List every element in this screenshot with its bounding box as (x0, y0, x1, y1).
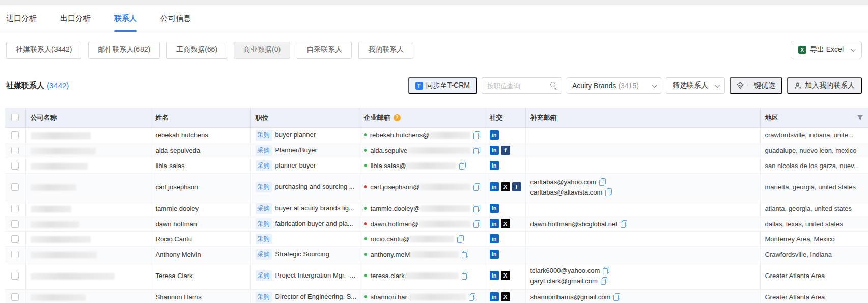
row-checkbox[interactable] (11, 147, 19, 154)
tab-import-analysis[interactable]: 进口分析 (6, 5, 37, 32)
facebook-icon[interactable]: f (512, 182, 521, 191)
row-checkbox[interactable] (11, 272, 19, 280)
email-valid-dot (364, 295, 367, 298)
position-cell: 采购Strategic Sourcing (250, 246, 359, 262)
copy-icon[interactable] (473, 220, 480, 228)
email-visible-part: shannon.har: (371, 293, 409, 301)
copy-icon[interactable] (605, 188, 612, 196)
x-icon[interactable]: X (501, 292, 510, 301)
linkedin-icon[interactable]: in (490, 182, 499, 191)
sync-to-tcrm-button[interactable]: T 同步至T-CRM (408, 77, 477, 94)
filter-commercial-data-button[interactable]: 商业数据(0) (234, 42, 290, 59)
row-select-cell (5, 216, 25, 231)
filter-my-contacts-button[interactable]: 我的联系人 (358, 42, 413, 59)
region-cell: Greater Atlanta Area (760, 262, 868, 289)
tab-company-info[interactable]: 公司信息 (160, 5, 191, 32)
tab-contacts[interactable]: 联系人 (114, 5, 137, 32)
extra-email-text: dawn.hoffman@sbcglobal.net (530, 220, 618, 228)
contact-name-cell: Teresa Clark (151, 262, 250, 289)
filter-business-registry-button[interactable]: 工商数据(66) (166, 42, 227, 59)
x-icon[interactable]: X (501, 182, 510, 191)
linkedin-icon[interactable]: in (490, 219, 499, 228)
row-checkbox[interactable] (11, 235, 19, 243)
company-cell (25, 262, 151, 289)
extra-email-text: garyf.clark@gmail.com (530, 277, 598, 285)
copy-icon[interactable] (473, 147, 480, 154)
row-checkbox[interactable] (11, 220, 19, 228)
company-email-cell: anthony.melvi (359, 246, 485, 262)
linkedin-icon[interactable]: in (490, 250, 499, 259)
copy-icon[interactable] (601, 277, 607, 285)
row-checkbox[interactable] (11, 131, 19, 139)
position-cell: 采购Project Intergration Mgr. -... (250, 262, 359, 289)
linkedin-icon[interactable]: in (490, 146, 499, 155)
top-strip (0, 0, 868, 5)
procurement-tag: 采购 (256, 270, 272, 281)
linkedin-icon[interactable]: in (490, 234, 499, 243)
select-all-checkbox[interactable] (11, 114, 19, 121)
filter-self-collected-button[interactable]: 自采联系人 (297, 42, 352, 59)
copy-icon[interactable] (473, 183, 480, 191)
contact-name-cell: dawn hoffman (151, 216, 250, 231)
one-click-select-button[interactable]: 一键优选 (730, 77, 782, 94)
email-valid-dot (364, 274, 367, 277)
copy-icon[interactable] (603, 267, 609, 274)
row-checkbox[interactable] (11, 183, 19, 191)
filter-funnel-icon[interactable] (857, 114, 863, 121)
company-select-count: (3415) (618, 81, 638, 90)
copy-icon[interactable] (613, 293, 620, 301)
extra-email-cell: tclark6000@yahoo.comgaryf.clark@gmail.co… (525, 262, 760, 289)
position-title: buyer planner (275, 131, 316, 139)
linkedin-icon[interactable]: in (490, 204, 499, 213)
filter-contacts-button[interactable]: 筛选联系人 (666, 77, 725, 94)
linkedin-icon[interactable]: in (490, 271, 499, 280)
contact-name-cell: tammie dooley (151, 201, 250, 216)
linkedin-icon[interactable]: in (490, 161, 499, 170)
redacted-email-part (419, 184, 470, 190)
contact-name-cell: Anthony Melvin (151, 246, 250, 262)
row-checkbox[interactable] (11, 293, 19, 301)
copy-icon[interactable] (459, 162, 466, 170)
copy-icon[interactable] (473, 205, 480, 212)
extra-email-item: shannonlharris@gmail.com (530, 292, 755, 302)
search-icon[interactable] (550, 82, 557, 89)
row-select-cell (5, 289, 25, 303)
company-email-cell: rocio.cantu@ (359, 231, 485, 246)
row-checkbox[interactable] (11, 251, 19, 258)
row-checkbox[interactable] (11, 162, 19, 170)
help-icon[interactable]: ? (394, 114, 401, 121)
copy-icon[interactable] (457, 235, 464, 243)
copy-icon[interactable] (469, 293, 475, 301)
table-header-row: 公司名称 姓名 职位 企业邮箱 ? 社交 补充邮箱 地区 (5, 108, 868, 127)
tab-export-analysis[interactable]: 出口分析 (60, 5, 91, 32)
social-cell: inf (485, 143, 525, 158)
region-text: dallas, texas, united states (765, 220, 843, 228)
row-select-cell (5, 143, 25, 158)
copy-icon[interactable] (621, 220, 627, 228)
x-icon[interactable]: X (501, 271, 510, 280)
facebook-icon[interactable]: f (501, 146, 510, 155)
social-cell: inX (485, 262, 525, 289)
x-icon[interactable]: X (501, 219, 510, 228)
procurement-tag: 采购 (256, 160, 272, 171)
extra-email-item: carltabas@yahoo.com (530, 177, 755, 187)
copy-icon[interactable] (462, 251, 468, 258)
redacted-company-name (31, 206, 71, 212)
filter-mail-contacts-button[interactable]: 邮件联系人(682) (88, 42, 160, 59)
col-header-email-label: 企业邮箱 (364, 113, 390, 122)
copy-icon[interactable] (599, 178, 606, 186)
company-email-cell: libia.salas@ (359, 158, 485, 173)
extra-email-item: tclark6000@yahoo.com (530, 265, 755, 276)
linkedin-icon[interactable]: in (490, 130, 499, 140)
filter-social-contacts-button[interactable]: 社媒联系人(3442) (6, 42, 81, 59)
person-add-icon (794, 82, 802, 90)
company-select[interactable]: Acuity Brands (3415) (567, 77, 661, 94)
row-checkbox[interactable] (11, 205, 19, 212)
position-cell: 采购Director of Engineering, S... (250, 289, 359, 303)
copy-icon[interactable] (473, 131, 480, 139)
export-excel-button[interactable]: X 导出 Excel (791, 41, 862, 59)
table-row: Shannon Harris采购Director of Engineering,… (5, 289, 868, 303)
copy-icon[interactable] (462, 272, 468, 280)
linkedin-icon[interactable]: in (490, 292, 499, 301)
add-to-my-contacts-button[interactable]: 加入我的联系人 (787, 77, 862, 94)
